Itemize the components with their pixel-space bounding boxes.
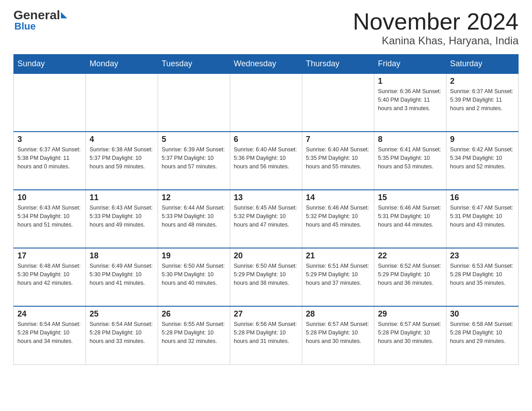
day-info: Sunrise: 6:54 AM Sunset: 5:28 PM Dayligh… bbox=[17, 320, 82, 345]
calendar-cell: 14Sunrise: 6:46 AM Sunset: 5:32 PM Dayli… bbox=[302, 190, 374, 248]
calendar-cell: 30Sunrise: 6:58 AM Sunset: 5:28 PM Dayli… bbox=[446, 306, 519, 364]
calendar-cell: 20Sunrise: 6:50 AM Sunset: 5:29 PM Dayli… bbox=[230, 248, 302, 306]
calendar-week-3: 10Sunrise: 6:43 AM Sunset: 5:34 PM Dayli… bbox=[14, 190, 519, 248]
day-info: Sunrise: 6:58 AM Sunset: 5:28 PM Dayligh… bbox=[450, 320, 515, 345]
calendar-cell: 12Sunrise: 6:44 AM Sunset: 5:33 PM Dayli… bbox=[158, 190, 230, 248]
day-info: Sunrise: 6:54 AM Sunset: 5:28 PM Dayligh… bbox=[90, 320, 154, 345]
location-title: Kanina Khas, Haryana, India bbox=[353, 34, 519, 47]
day-number: 10 bbox=[17, 193, 82, 202]
day-number: 22 bbox=[378, 251, 442, 261]
day-info: Sunrise: 6:36 AM Sunset: 5:40 PM Dayligh… bbox=[378, 87, 442, 112]
calendar-cell: 29Sunrise: 6:57 AM Sunset: 5:28 PM Dayli… bbox=[374, 306, 446, 364]
day-number: 14 bbox=[306, 193, 370, 202]
calendar-cell: 9Sunrise: 6:42 AM Sunset: 5:34 PM Daylig… bbox=[446, 132, 519, 190]
calendar-cell: 25Sunrise: 6:54 AM Sunset: 5:28 PM Dayli… bbox=[86, 306, 158, 364]
calendar-week-2: 3Sunrise: 6:37 AM Sunset: 5:38 PM Daylig… bbox=[14, 132, 519, 190]
calendar-cell: 13Sunrise: 6:45 AM Sunset: 5:32 PM Dayli… bbox=[230, 190, 302, 248]
calendar-cell bbox=[14, 73, 86, 132]
calendar-cell: 26Sunrise: 6:55 AM Sunset: 5:28 PM Dayli… bbox=[158, 306, 230, 364]
calendar-cell: 21Sunrise: 6:51 AM Sunset: 5:29 PM Dayli… bbox=[302, 248, 374, 306]
calendar-cell: 16Sunrise: 6:47 AM Sunset: 5:31 PM Dayli… bbox=[446, 190, 519, 248]
calendar-cell: 23Sunrise: 6:53 AM Sunset: 5:28 PM Dayli… bbox=[446, 248, 519, 306]
day-number: 12 bbox=[162, 193, 226, 202]
day-info: Sunrise: 6:41 AM Sunset: 5:35 PM Dayligh… bbox=[378, 146, 442, 171]
day-info: Sunrise: 6:50 AM Sunset: 5:30 PM Dayligh… bbox=[162, 262, 226, 287]
calendar-cell bbox=[230, 73, 302, 132]
month-title: November 2024 bbox=[353, 9, 519, 34]
logo: General Blue bbox=[13, 9, 67, 32]
day-info: Sunrise: 6:40 AM Sunset: 5:36 PM Dayligh… bbox=[234, 146, 298, 171]
day-number: 9 bbox=[450, 135, 515, 144]
day-number: 28 bbox=[306, 309, 370, 319]
header-monday: Monday bbox=[86, 55, 158, 74]
logo-triangle-icon bbox=[61, 12, 67, 18]
header-friday: Friday bbox=[374, 55, 446, 74]
day-info: Sunrise: 6:53 AM Sunset: 5:28 PM Dayligh… bbox=[450, 262, 515, 287]
day-number: 11 bbox=[90, 193, 154, 202]
calendar-cell: 5Sunrise: 6:39 AM Sunset: 5:37 PM Daylig… bbox=[158, 132, 230, 190]
day-number: 3 bbox=[17, 135, 82, 144]
day-info: Sunrise: 6:55 AM Sunset: 5:28 PM Dayligh… bbox=[162, 320, 226, 345]
day-number: 23 bbox=[450, 251, 515, 261]
day-info: Sunrise: 6:39 AM Sunset: 5:37 PM Dayligh… bbox=[162, 146, 226, 171]
calendar-cell: 24Sunrise: 6:54 AM Sunset: 5:28 PM Dayli… bbox=[14, 306, 86, 364]
day-number: 17 bbox=[17, 251, 82, 261]
day-info: Sunrise: 6:42 AM Sunset: 5:34 PM Dayligh… bbox=[450, 146, 515, 171]
day-number: 16 bbox=[450, 193, 515, 202]
day-info: Sunrise: 6:38 AM Sunset: 5:37 PM Dayligh… bbox=[90, 146, 154, 171]
day-info: Sunrise: 6:46 AM Sunset: 5:32 PM Dayligh… bbox=[306, 204, 370, 229]
day-info: Sunrise: 6:48 AM Sunset: 5:30 PM Dayligh… bbox=[17, 262, 82, 287]
day-info: Sunrise: 6:43 AM Sunset: 5:33 PM Dayligh… bbox=[90, 204, 154, 229]
calendar-cell: 3Sunrise: 6:37 AM Sunset: 5:38 PM Daylig… bbox=[14, 132, 86, 190]
day-number: 1 bbox=[378, 77, 442, 86]
calendar-week-5: 24Sunrise: 6:54 AM Sunset: 5:28 PM Dayli… bbox=[14, 306, 519, 364]
calendar-cell: 8Sunrise: 6:41 AM Sunset: 5:35 PM Daylig… bbox=[374, 132, 446, 190]
day-info: Sunrise: 6:52 AM Sunset: 5:29 PM Dayligh… bbox=[378, 262, 442, 287]
day-number: 20 bbox=[234, 251, 298, 261]
calendar-cell: 6Sunrise: 6:40 AM Sunset: 5:36 PM Daylig… bbox=[230, 132, 302, 190]
header-wednesday: Wednesday bbox=[230, 55, 302, 74]
header-sunday: Sunday bbox=[14, 55, 86, 74]
header-saturday: Saturday bbox=[446, 55, 519, 74]
day-number: 24 bbox=[17, 309, 82, 319]
day-number: 26 bbox=[162, 309, 226, 319]
day-number: 30 bbox=[450, 309, 515, 319]
header: General Blue November 2024 Kanina Khas, … bbox=[13, 9, 519, 47]
calendar-week-4: 17Sunrise: 6:48 AM Sunset: 5:30 PM Dayli… bbox=[14, 248, 519, 306]
day-number: 29 bbox=[378, 309, 442, 319]
day-number: 15 bbox=[378, 193, 442, 202]
calendar-cell: 18Sunrise: 6:49 AM Sunset: 5:30 PM Dayli… bbox=[86, 248, 158, 306]
day-number: 5 bbox=[162, 135, 226, 144]
day-info: Sunrise: 6:57 AM Sunset: 5:28 PM Dayligh… bbox=[378, 320, 442, 345]
calendar-cell: 1Sunrise: 6:36 AM Sunset: 5:40 PM Daylig… bbox=[374, 73, 446, 132]
day-number: 19 bbox=[162, 251, 226, 261]
calendar-cell: 19Sunrise: 6:50 AM Sunset: 5:30 PM Dayli… bbox=[158, 248, 230, 306]
calendar-cell: 10Sunrise: 6:43 AM Sunset: 5:34 PM Dayli… bbox=[14, 190, 86, 248]
day-number: 21 bbox=[306, 251, 370, 261]
header-thursday: Thursday bbox=[302, 55, 374, 74]
logo-general: General bbox=[13, 9, 60, 21]
day-info: Sunrise: 6:37 AM Sunset: 5:38 PM Dayligh… bbox=[17, 146, 82, 171]
calendar-table: SundayMondayTuesdayWednesdayThursdayFrid… bbox=[13, 54, 519, 365]
calendar-cell: 15Sunrise: 6:46 AM Sunset: 5:31 PM Dayli… bbox=[374, 190, 446, 248]
day-number: 13 bbox=[234, 193, 298, 202]
calendar-week-1: 1Sunrise: 6:36 AM Sunset: 5:40 PM Daylig… bbox=[14, 73, 519, 132]
day-info: Sunrise: 6:51 AM Sunset: 5:29 PM Dayligh… bbox=[306, 262, 370, 287]
calendar-cell: 28Sunrise: 6:57 AM Sunset: 5:28 PM Dayli… bbox=[302, 306, 374, 364]
day-number: 7 bbox=[306, 135, 370, 144]
calendar-cell: 2Sunrise: 6:37 AM Sunset: 5:39 PM Daylig… bbox=[446, 73, 519, 132]
day-info: Sunrise: 6:56 AM Sunset: 5:28 PM Dayligh… bbox=[234, 320, 298, 345]
day-number: 4 bbox=[90, 135, 154, 144]
calendar-cell: 22Sunrise: 6:52 AM Sunset: 5:29 PM Dayli… bbox=[374, 248, 446, 306]
day-info: Sunrise: 6:50 AM Sunset: 5:29 PM Dayligh… bbox=[234, 262, 298, 287]
day-number: 27 bbox=[234, 309, 298, 319]
day-info: Sunrise: 6:49 AM Sunset: 5:30 PM Dayligh… bbox=[90, 262, 154, 287]
calendar-cell: 17Sunrise: 6:48 AM Sunset: 5:30 PM Dayli… bbox=[14, 248, 86, 306]
logo-blue: Blue bbox=[13, 21, 36, 32]
day-info: Sunrise: 6:37 AM Sunset: 5:39 PM Dayligh… bbox=[450, 87, 515, 112]
day-info: Sunrise: 6:45 AM Sunset: 5:32 PM Dayligh… bbox=[234, 204, 298, 229]
calendar-cell: 7Sunrise: 6:40 AM Sunset: 5:35 PM Daylig… bbox=[302, 132, 374, 190]
calendar-cell: 4Sunrise: 6:38 AM Sunset: 5:37 PM Daylig… bbox=[86, 132, 158, 190]
day-info: Sunrise: 6:57 AM Sunset: 5:28 PM Dayligh… bbox=[306, 320, 370, 345]
day-number: 18 bbox=[90, 251, 154, 261]
